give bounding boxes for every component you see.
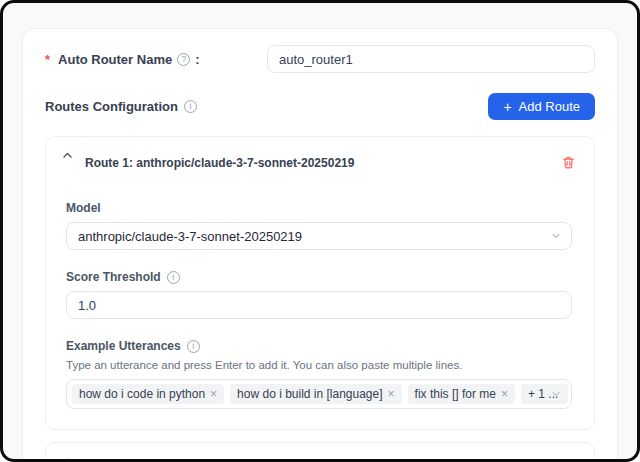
utterance-tag: how do i build in [language] × — [230, 384, 401, 404]
delete-route-1-button[interactable] — [559, 153, 578, 172]
chevron-down-icon — [551, 231, 561, 241]
auto-router-form-card: * Auto Router Name ? : Routes Configurat… — [22, 28, 618, 462]
utterance-tag: fix this [] for me × — [408, 384, 515, 404]
chevron-down-icon — [551, 389, 561, 399]
utterance-tag-text: how do i code in python — [79, 387, 205, 401]
info-circle-icon[interactable]: i — [187, 340, 200, 353]
tag-close-icon[interactable]: × — [210, 388, 217, 400]
score-threshold-block: Score Threshold i — [66, 267, 572, 319]
tag-close-icon[interactable]: × — [501, 388, 508, 400]
example-utterances-label: Example Utterances i — [66, 339, 200, 353]
utterances-helper-text: Type an utterance and press Enter to add… — [66, 359, 572, 371]
add-route-button[interactable]: + Add Route — [488, 93, 595, 120]
window-frame: * Auto Router Name ? : Routes Configurat… — [0, 0, 640, 462]
utterance-tag-text: fix this [] for me — [415, 387, 496, 401]
score-threshold-label-text: Score Threshold — [66, 270, 161, 284]
routes-configuration-label: Routes Configuration i — [45, 99, 197, 114]
model-select[interactable]: anthropic/claude-3-7-sonnet-20250219 — [66, 222, 572, 250]
model-label-text: Model — [66, 201, 101, 215]
utterances-tags-select[interactable]: how do i code in python × how do i build… — [66, 379, 572, 409]
add-route-button-label: Add Route — [519, 99, 580, 114]
example-utterances-block: Example Utterances i Type an utterance a… — [66, 336, 572, 409]
route-1-header: Route 1: anthropic/claude-3-7-sonnet-202… — [62, 150, 578, 172]
utterance-overflow-tag[interactable]: + 1 ... — [521, 384, 568, 404]
model-field-block: Model anthropic/claude-3-7-sonnet-202502… — [66, 198, 572, 250]
example-utterances-label-text: Example Utterances — [66, 339, 181, 353]
route-2-header: Route 2: azure_ai/gpt-4o — [62, 456, 578, 462]
score-threshold-label: Score Threshold i — [66, 270, 180, 284]
utterance-tag-text: how do i build in [language] — [237, 387, 382, 401]
auto-router-name-label: * Auto Router Name ? : — [45, 52, 200, 67]
collapse-caret-icon[interactable] — [62, 456, 73, 462]
question-circle-icon[interactable]: ? — [177, 53, 190, 66]
auto-router-name-row: * Auto Router Name ? : — [45, 45, 595, 73]
trash-icon — [561, 155, 576, 170]
auto-router-name-input[interactable] — [267, 45, 595, 73]
model-label: Model — [66, 201, 101, 215]
model-select-value: anthropic/claude-3-7-sonnet-20250219 — [78, 229, 302, 244]
plus-icon: + — [503, 100, 511, 114]
utterance-tag: how do i code in python × — [72, 384, 224, 404]
routes-configuration-row: Routes Configuration i + Add Route — [45, 93, 595, 120]
route-2-panel: Route 2: azure_ai/gpt-4o — [45, 442, 595, 462]
routes-configuration-label-text: Routes Configuration — [45, 99, 178, 114]
info-circle-icon[interactable]: i — [184, 100, 197, 113]
required-asterisk: * — [45, 52, 50, 67]
route-1-title[interactable]: Route 1: anthropic/claude-3-7-sonnet-202… — [85, 156, 559, 170]
route-1-panel: Route 1: anthropic/claude-3-7-sonnet-202… — [45, 136, 595, 430]
collapse-caret-icon[interactable] — [62, 150, 73, 161]
score-threshold-input[interactable] — [66, 291, 572, 319]
label-colon: : — [195, 52, 199, 67]
tag-close-icon[interactable]: × — [388, 388, 395, 400]
info-circle-icon[interactable]: i — [167, 271, 180, 284]
route-1-body: Model anthropic/claude-3-7-sonnet-202502… — [66, 198, 572, 409]
auto-router-name-label-text: Auto Router Name — [58, 52, 172, 67]
